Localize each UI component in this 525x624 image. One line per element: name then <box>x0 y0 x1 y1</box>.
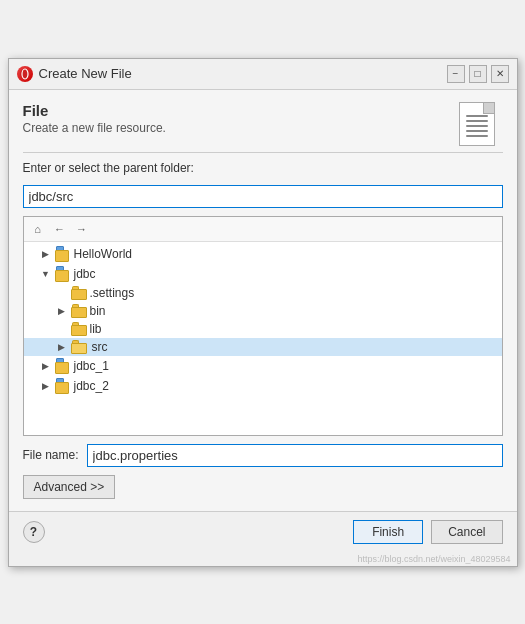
tree-label: jdbc_1 <box>74 359 109 373</box>
tree-content: ▶ HelloWorld ▼ jdbc <box>24 242 502 398</box>
dialog-title: Create New File <box>39 66 132 81</box>
expand-icon <box>56 323 68 335</box>
filename-row: File name: <box>23 444 503 467</box>
cancel-button[interactable]: Cancel <box>431 520 502 544</box>
tree-toolbar: ⌂ ← → <box>24 217 502 242</box>
title-controls: − □ ✕ <box>447 65 509 83</box>
folder-icon <box>71 304 87 318</box>
tree-item-jdbc1[interactable]: ▶ jdbc_1 <box>24 356 502 376</box>
maximize-button[interactable]: □ <box>469 65 487 83</box>
tree-label: lib <box>90 322 102 336</box>
file-lines <box>466 115 488 137</box>
file-line <box>466 120 488 122</box>
folder-input[interactable] <box>23 185 503 208</box>
expand-icon <box>56 287 68 299</box>
project-icon <box>55 358 71 374</box>
filename-label: File name: <box>23 448 79 462</box>
expand-icon: ▶ <box>40 360 52 372</box>
tree-item-lib[interactable]: lib <box>24 320 502 338</box>
project-icon <box>55 378 71 394</box>
tree-label: jdbc <box>74 267 96 281</box>
expand-icon: ▶ <box>40 248 52 260</box>
close-button[interactable]: ✕ <box>491 65 509 83</box>
folder-icon <box>71 286 87 300</box>
tree-item-jdbc2[interactable]: ▶ jdbc_2 <box>24 376 502 396</box>
create-new-file-dialog: Create New File − □ ✕ File Create a new … <box>8 58 518 567</box>
section-title-block: File Create a new file resource. <box>23 102 449 135</box>
expand-icon: ▶ <box>40 380 52 392</box>
file-icon <box>459 102 503 146</box>
folder-icon <box>71 322 87 336</box>
tree-label: HelloWorld <box>74 247 132 261</box>
forward-btn[interactable]: → <box>72 219 92 239</box>
eclipse-icon <box>17 66 33 82</box>
title-bar-left: Create New File <box>17 66 132 82</box>
filename-input[interactable] <box>87 444 503 467</box>
expand-icon: ▼ <box>40 268 52 280</box>
watermark: https://blog.csdn.net/weixin_48029584 <box>9 552 517 566</box>
section-description: Create a new file resource. <box>23 121 449 135</box>
dialog-footer: ? Finish Cancel <box>9 511 517 552</box>
file-line <box>466 135 488 137</box>
tree-item-settings[interactable]: .settings <box>24 284 502 302</box>
expand-icon: ▶ <box>56 305 68 317</box>
file-line <box>466 115 488 117</box>
tree-item-bin[interactable]: ▶ bin <box>24 302 502 320</box>
file-icon-visual <box>459 102 495 146</box>
file-line <box>466 130 488 132</box>
expand-icon: ▶ <box>56 341 68 353</box>
tree-label: .settings <box>90 286 135 300</box>
tree-label: bin <box>90 304 106 318</box>
tree-area[interactable]: ⌂ ← → ▶ HelloWorld ▼ <box>23 216 503 436</box>
file-line <box>466 125 488 127</box>
folder-label: Enter or select the parent folder: <box>23 161 503 175</box>
back-btn[interactable]: ← <box>50 219 70 239</box>
section-title: File <box>23 102 449 119</box>
help-button[interactable]: ? <box>23 521 45 543</box>
tree-label: jdbc_2 <box>74 379 109 393</box>
tree-item-jdbc[interactable]: ▼ jdbc <box>24 264 502 284</box>
project-icon <box>55 246 71 262</box>
advanced-button[interactable]: Advanced >> <box>23 475 116 499</box>
section-header: File Create a new file resource. <box>23 102 503 153</box>
footer-actions: Finish Cancel <box>353 520 502 544</box>
tree-item-src[interactable]: ▶ src <box>24 338 502 356</box>
folder-icon <box>71 340 87 354</box>
project-icon <box>55 266 71 282</box>
title-bar: Create New File − □ ✕ <box>9 59 517 90</box>
minimize-button[interactable]: − <box>447 65 465 83</box>
tree-label: src <box>90 340 110 354</box>
home-btn[interactable]: ⌂ <box>28 219 48 239</box>
finish-button[interactable]: Finish <box>353 520 423 544</box>
dialog-body: File Create a new file resource. Enter o… <box>9 90 517 511</box>
tree-item-helloworld[interactable]: ▶ HelloWorld <box>24 244 502 264</box>
